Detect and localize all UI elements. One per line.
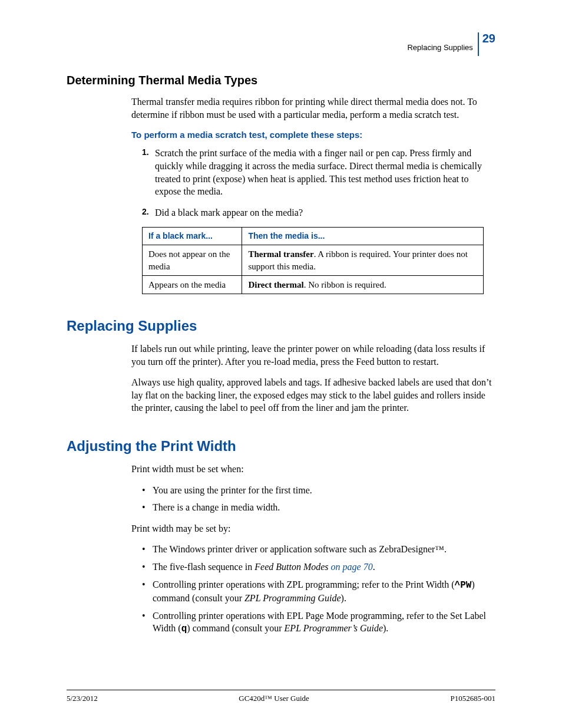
step-text: Scratch the print surface of the media w… [155,148,482,196]
footer-doc-title: GC420d™ User Guide [239,694,309,703]
footer-date: 5/23/2012 [67,694,98,703]
paragraph: Print width may be set by: [131,522,495,535]
table-cell: Does not appear on the media [143,245,242,276]
paragraph: Always use high quality, approved labels… [131,376,495,414]
header-section-label: Replacing Supplies [407,32,477,52]
step-1: 1. Scratch the print surface of the medi… [142,147,495,197]
table-cell: Thermal transfer. A ribbon is required. … [242,245,484,276]
paragraph: If labels run out while printing, leave … [131,342,495,368]
table-header: Then the media is... [242,228,484,245]
step-number: 2. [142,206,149,218]
step-2: 2. Did a black mark appear on the media? [142,206,495,219]
table-cell: Appears on the media [143,275,242,294]
footer-doc-id: P1052685-001 [450,694,495,703]
table-header: If a black mark... [143,228,242,245]
header-divider [478,32,479,56]
list-item: You are using the printer for the first … [142,484,495,497]
heading-adjusting-print-width: Adjusting the Print Width [67,438,495,454]
list-item: There is a change in media width. [142,501,495,514]
heading-replacing-supplies: Replacing Supplies [67,318,495,334]
list-item: Controlling printer operations with EPL … [142,610,495,636]
subheading-scratch-test: To perform a media scratch test, complet… [131,129,495,141]
step-text: Did a black mark appear on the media? [155,207,303,218]
table-row: Does not appear on the media Thermal tra… [143,245,484,276]
page-header: Replacing Supplies 29 [67,32,495,56]
step-number: 1. [142,147,149,158]
page-number: 29 [482,32,495,44]
media-table: If a black mark... Then the media is... … [142,227,484,294]
paragraph: Print width must be set when: [131,463,495,476]
list-item: The five-flash sequence in Feed Button M… [142,561,495,574]
list-item: The Windows printer driver or applicatio… [142,543,495,556]
cross-reference-link[interactable]: on page 70 [329,562,373,572]
heading-determining-thermal-media-types: Determining Thermal Media Types [67,74,495,87]
paragraph: Thermal transfer media requires ribbon f… [131,95,495,121]
table-row: Appears on the media Direct thermal. No … [143,275,484,294]
table-cell: Direct thermal. No ribbon is required. [242,275,484,294]
page-footer: 5/23/2012 GC420d™ User Guide P1052685-00… [67,690,495,703]
list-item: Controlling printer operations with ZPL … [142,578,495,605]
